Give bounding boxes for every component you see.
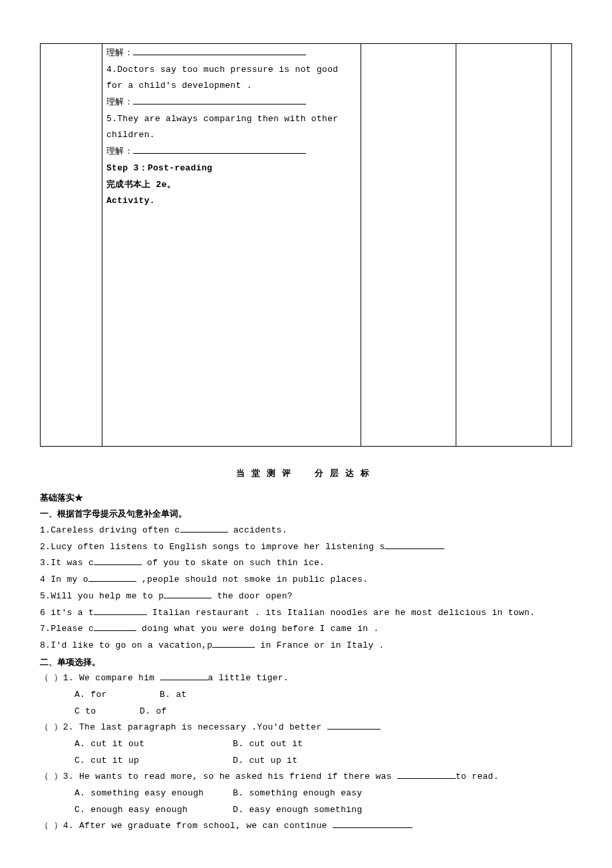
- part-a-title: 一、根据首字母提示及句意补全单词。: [40, 506, 572, 523]
- a-q1-b: accidents.: [228, 525, 287, 535]
- a-q3: 3.It was c of you to skate on such thin …: [40, 555, 572, 572]
- b-q3-after: to read.: [456, 771, 499, 781]
- blank-input[interactable]: [384, 541, 444, 549]
- b-q1-options-row2: C to D. of: [40, 704, 572, 720]
- blank-input[interactable]: [212, 639, 255, 648]
- blank-line[interactable]: [133, 145, 306, 154]
- b-q2-opt-c[interactable]: C. cut it up: [75, 753, 228, 769]
- a-q4: 4 In my o ,people should not smoke in pu…: [40, 572, 572, 588]
- box-col2: 理解： 4.Doctors say too much pressure is n…: [102, 44, 361, 447]
- blank-input[interactable]: [164, 590, 212, 598]
- b-q3-stem: （ ）3. He wants to read more, so he asked…: [40, 771, 397, 781]
- a-q6-b: Italian restaurant . its Italian noodles…: [147, 608, 535, 618]
- a-q7-b: doing what you were doing before I came …: [136, 624, 379, 634]
- box-col5: [551, 44, 572, 447]
- sentence-5: 5.They are always comparing then with ot…: [106, 111, 357, 144]
- a-q7: 7.Please c doing what you were doing bef…: [40, 621, 572, 638]
- b-q1: （ ）1. We compare him a little tiger.: [40, 670, 572, 687]
- a-q3-a: 3.It was c: [40, 558, 94, 568]
- a-q4-b: ,people should not smoke in public place…: [136, 574, 368, 584]
- a-q5-b: the door open?: [212, 591, 293, 601]
- blank-input[interactable]: [397, 771, 456, 779]
- box-col1: [41, 44, 102, 447]
- b-q1-stem: （ ）1. We compare him: [40, 673, 160, 683]
- a-q5-a: 5.Will you help me to p: [40, 591, 164, 601]
- a-q6: 6 it's a t Italian restaurant . its Ital…: [40, 605, 572, 622]
- box-col3: [361, 44, 456, 447]
- blank-input[interactable]: [94, 606, 147, 615]
- b-q1-after: a little tiger.: [208, 673, 289, 683]
- a-q8-a: 8.I'd like to go on a vacation,p: [40, 640, 212, 650]
- a-q5: 5.Will you help me to p the door open?: [40, 588, 572, 605]
- b-q3: （ ）3. He wants to read more, so he asked…: [40, 769, 572, 785]
- blank-line[interactable]: [133, 47, 306, 55]
- a-q6-a: 6 it's a t: [40, 608, 94, 618]
- b-q2-opt-b[interactable]: B. cut out it: [233, 736, 303, 753]
- b-q1-options-row1: A. for B. at: [40, 687, 572, 704]
- basics-label: 基础落实★: [40, 490, 572, 507]
- b-q3-opt-a[interactable]: A. something easy enough: [75, 785, 228, 802]
- finish-text: 完成书本上 2e。: [106, 177, 357, 194]
- blank-input[interactable]: [88, 573, 136, 582]
- sentence-4: 4.Doctors say too much pressure is not g…: [106, 62, 357, 95]
- b-q2: （ ）2. The last paragraph is necessary .Y…: [40, 720, 572, 736]
- blank-input[interactable]: [94, 557, 142, 566]
- b-q2-stem: （ ）2. The last paragraph is necessary .Y…: [40, 722, 327, 732]
- b-q3-opt-c[interactable]: C. enough easy enough: [75, 802, 228, 819]
- section-title-left: 当堂测评: [236, 468, 297, 478]
- b-q4-stem: （ ）4. After we graduate from school, we …: [40, 821, 333, 831]
- blank-input[interactable]: [333, 820, 412, 829]
- lixie-3: 理解：: [106, 48, 133, 58]
- blank-input[interactable]: [94, 623, 136, 632]
- box-col4: [456, 44, 551, 447]
- a-q2-a: 2.Lucy often listens to English songs to…: [40, 542, 384, 552]
- b-q3-options-row2: C. enough easy enough D. easy enough som…: [40, 802, 572, 819]
- b-q4: （ ）4. After we graduate from school, we …: [40, 818, 572, 835]
- b-q3-opt-b[interactable]: B. something enough easy: [233, 785, 362, 802]
- b-q1-opt-d[interactable]: D. of: [140, 704, 167, 720]
- a-q8: 8.I'd like to go on a vacation,p in Fran…: [40, 638, 572, 654]
- part-b-title: 二、单项选择。: [40, 654, 572, 671]
- b-q3-opt-d[interactable]: D. easy enough something: [233, 802, 362, 819]
- blank-line[interactable]: [133, 96, 306, 105]
- activity-text: Activity.: [106, 193, 357, 210]
- b-q1-opt-c[interactable]: C to: [75, 704, 134, 720]
- section-title-right: 分层达标: [315, 468, 376, 478]
- b-q1-opt-b[interactable]: B. at: [160, 687, 187, 704]
- b-q2-options-row2: C. cut it up D. cut up it: [40, 753, 572, 769]
- a-q4-a: 4 In my o: [40, 574, 88, 584]
- b-q2-options-row1: A. cut it out B. cut out it: [40, 736, 572, 753]
- blank-input[interactable]: [180, 524, 228, 533]
- a-q1-a: 1.Careless driving often c: [40, 525, 180, 535]
- a-q3-b: of you to skate on such thin ice.: [142, 558, 325, 568]
- a-q7-a: 7.Please c: [40, 624, 94, 634]
- blank-input[interactable]: [160, 672, 208, 681]
- b-q3-options-row1: A. something easy enough B. something en…: [40, 785, 572, 802]
- lixie-4: 理解：: [106, 97, 133, 107]
- b-q1-opt-a[interactable]: A. for: [75, 687, 154, 704]
- a-q8-b: in France or in Italy .: [255, 640, 384, 650]
- worksheet-box: 理解： 4.Doctors say too much pressure is n…: [40, 43, 572, 447]
- step3-heading: Step 3：Post-reading: [106, 160, 357, 177]
- a-q2: 2.Lucy often listens to English songs to…: [40, 539, 572, 556]
- lixie-5: 理解：: [106, 146, 133, 156]
- b-q2-opt-a[interactable]: A. cut it out: [75, 736, 228, 753]
- a-q1: 1.Careless driving often c accidents.: [40, 523, 572, 539]
- b-q2-opt-d[interactable]: D. cut up it: [233, 753, 297, 769]
- section-title: 当堂测评 分层达标: [40, 465, 572, 482]
- blank-input[interactable]: [327, 722, 381, 730]
